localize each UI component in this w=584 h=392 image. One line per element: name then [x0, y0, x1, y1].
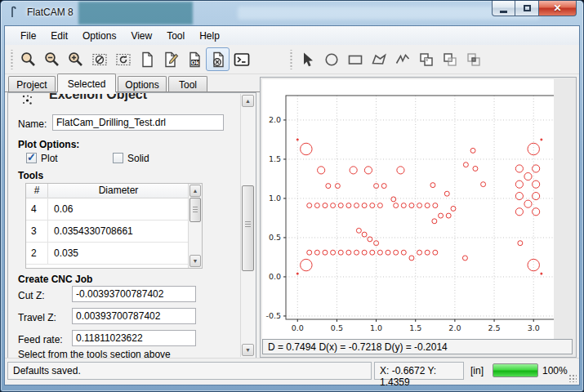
toolbar-drag-handle[interactable] — [289, 50, 293, 69]
svg-text:1.0: 1.0 — [269, 194, 281, 203]
draw-circle-button[interactable] — [319, 47, 343, 71]
select-tool-button[interactable] — [296, 47, 319, 71]
replot-button[interactable] — [111, 47, 135, 71]
resize-grip[interactable] — [568, 374, 577, 382]
draw-polygon-button[interactable] — [367, 47, 390, 71]
panel-scrollbar[interactable]: ▲ ▼ — [240, 94, 255, 357]
plot-options-label: Plot Options: — [18, 139, 79, 150]
units-label: [in] — [470, 365, 484, 376]
clear-plot-button[interactable] — [87, 47, 111, 71]
pointer-icon — [299, 51, 317, 69]
menu-file[interactable]: File — [13, 28, 43, 44]
tool-diameter: 0.06 — [48, 203, 73, 215]
file-ok-icon: Ok — [185, 51, 203, 69]
travelz-input[interactable] — [72, 308, 196, 324]
svg-text:0.0: 0.0 — [269, 272, 281, 281]
minimize-button[interactable] — [492, 1, 515, 16]
name-label: Name: — [18, 118, 47, 130]
draw-rectangle-button[interactable] — [343, 47, 367, 71]
close-button[interactable]: ✕ — [538, 1, 577, 16]
menu-view[interactable]: View — [123, 28, 159, 44]
cutz-label: Cut Z: — [18, 290, 45, 301]
window-title: FlatCAM 8 — [27, 7, 74, 18]
intersect-button[interactable] — [461, 47, 485, 71]
shell-button[interactable] — [230, 47, 253, 71]
name-input[interactable] — [52, 114, 224, 131]
maximize-icon — [524, 5, 531, 11]
scroll-up-icon[interactable]: ▲ — [189, 185, 201, 197]
table-scrollbar[interactable]: ▲ ▼ — [188, 184, 202, 268]
tool-number: 4 — [26, 198, 48, 220]
svg-text:0.5: 0.5 — [269, 233, 281, 242]
svg-text:3.0: 3.0 — [528, 323, 540, 332]
tabbar: Project Selected Options Tool — [5, 74, 258, 92]
measurement-readout: D = 0.7494 D(x) = -0.7218 D(y) = -0.2014 — [262, 339, 573, 354]
new-project-button[interactable] — [135, 47, 158, 71]
titlebar[interactable]: FlatCAM 8 ✕ — [1, 1, 583, 25]
polygon-icon — [370, 51, 388, 69]
draw-polyline-button[interactable] — [390, 47, 414, 71]
toolbar-drag-handle[interactable] — [10, 50, 14, 69]
menu-edit[interactable]: Edit — [43, 28, 75, 44]
scroll-down-icon[interactable]: ▼ — [242, 344, 254, 356]
tab-project[interactable]: Project — [8, 76, 56, 92]
panel-title: Excellon Object — [49, 93, 147, 101]
plot-panel: 0.00.51.01.52.02.53.0-0.50.00.51.01.52.0… — [260, 77, 577, 358]
delete-object-button[interactable] — [206, 47, 230, 71]
tab-tool[interactable]: Tool — [168, 76, 207, 92]
zoom-in-button[interactable] — [64, 47, 87, 71]
clear-plot-icon — [91, 51, 109, 69]
tool-number: 3 — [26, 220, 48, 242]
tab-selected[interactable]: Selected — [57, 74, 116, 92]
app-logo-icon — [9, 6, 22, 19]
menu-tool[interactable]: Tool — [159, 28, 192, 44]
subtract-button[interactable] — [438, 47, 461, 71]
svg-text:1.5: 1.5 — [409, 323, 421, 332]
minimize-icon — [500, 11, 507, 13]
svg-text:-0.5: -0.5 — [265, 311, 281, 320]
menu-help[interactable]: Help — [192, 28, 227, 44]
feedrate-label: Feed rate: — [18, 334, 63, 345]
window-controls: ✕ — [492, 1, 577, 16]
table-row[interactable]: 4 0.06 — [26, 198, 189, 220]
zoom-out-button[interactable] — [40, 47, 64, 71]
svg-text:1.5: 1.5 — [269, 154, 281, 163]
toolbar-group-plot: Ok — [10, 47, 253, 71]
scroll-up-icon[interactable]: ▲ — [242, 95, 254, 107]
menu-options[interactable]: Options — [75, 28, 123, 44]
union-icon — [417, 51, 435, 69]
flatcam-window: FlatCAM 8 ✕ File Edit Options View Tool … — [0, 0, 584, 392]
table-scrollbar-thumb[interactable] — [189, 198, 201, 222]
menubar: File Edit Options View Tool Help — [5, 26, 579, 46]
tab-options[interactable]: Options — [118, 76, 167, 92]
plot-figure[interactable]: 0.00.51.01.52.02.53.0-0.50.00.51.01.52.0 — [262, 79, 554, 341]
col-number[interactable]: # — [26, 184, 48, 198]
tools-table-header: # Diameter — [26, 184, 189, 198]
window-frame: FlatCAM 8 ✕ File Edit Options View Tool … — [0, 0, 584, 392]
ok-file-button[interactable]: Ok — [182, 47, 206, 71]
panel-scrollbar-thumb[interactable] — [242, 185, 254, 271]
statusbar: Defaults saved. X: -0.6672 Y: 1.4359 [in… — [5, 358, 579, 385]
drill-plot[interactable]: 0.00.51.01.52.02.53.0-0.50.00.51.01.52.0 — [262, 79, 554, 341]
svg-text:2.5: 2.5 — [488, 323, 501, 332]
plot-checkbox-label[interactable]: Plot — [41, 153, 58, 164]
cutz-input[interactable] — [72, 286, 196, 302]
scroll-down-icon[interactable]: ▼ — [189, 255, 201, 267]
new-file-icon — [138, 51, 156, 69]
subtract-icon — [441, 51, 459, 69]
open-project-button[interactable] — [158, 47, 182, 71]
svg-text:Ok: Ok — [191, 59, 200, 65]
tools-label: Tools — [18, 170, 43, 181]
maximize-button[interactable] — [515, 1, 538, 16]
feedrate-input[interactable] — [72, 330, 196, 346]
zoom-fit-button[interactable] — [16, 47, 40, 71]
col-diameter[interactable]: Diameter — [48, 184, 189, 198]
solid-checkbox-label[interactable]: Solid — [127, 153, 149, 164]
solid-checkbox[interactable] — [113, 153, 123, 163]
union-button[interactable] — [414, 47, 438, 71]
table-row[interactable]: 3 0.0354330708661 — [26, 220, 189, 243]
plot-checkbox[interactable]: ✓ — [26, 153, 37, 163]
progress-percent: 100% — [542, 365, 568, 376]
table-row[interactable]: 2 0.035 — [26, 242, 189, 265]
tool-diameter: 0.035 — [48, 247, 78, 259]
